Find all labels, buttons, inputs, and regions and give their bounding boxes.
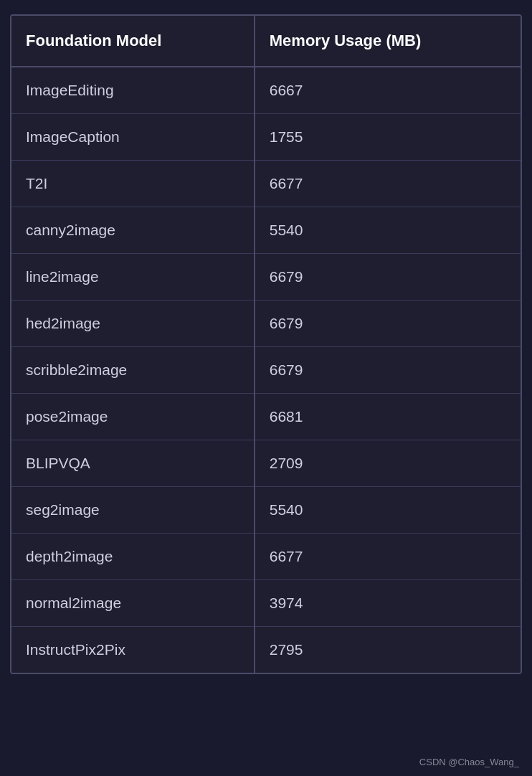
cell-model-name: ImageCaption: [11, 114, 255, 161]
table-row: BLIPVQA2709: [11, 440, 521, 487]
cell-model-name: canny2image: [11, 207, 255, 254]
cell-memory-value: 6679: [255, 347, 521, 394]
cell-memory-value: 6677: [255, 161, 521, 207]
table-header-row: Foundation Model Memory Usage (MB): [11, 16, 521, 67]
cell-memory-value: 2795: [255, 627, 521, 673]
cell-memory-value: 5540: [255, 487, 521, 534]
table-row: scribble2image6679: [11, 347, 521, 394]
cell-memory-value: 6681: [255, 394, 521, 440]
cell-memory-value: 2709: [255, 440, 521, 487]
cell-model-name: depth2image: [11, 534, 255, 580]
col-header-foundation-model: Foundation Model: [11, 16, 255, 67]
table-row: hed2image6679: [11, 301, 521, 347]
cell-memory-value: 5540: [255, 207, 521, 254]
cell-memory-value: 6667: [255, 67, 521, 114]
table-row: depth2image6677: [11, 534, 521, 580]
cell-model-name: T2I: [11, 161, 255, 207]
table-row: ImageCaption1755: [11, 114, 521, 161]
table-row: ImageEditing6667: [11, 67, 521, 114]
cell-memory-value: 6677: [255, 534, 521, 580]
table-row: canny2image5540: [11, 207, 521, 254]
cell-memory-value: 6679: [255, 254, 521, 301]
watermark-text: CSDN @Chaos_Wang_: [419, 757, 519, 767]
table-row: pose2image6681: [11, 394, 521, 440]
cell-memory-value: 3974: [255, 580, 521, 627]
cell-model-name: seg2image: [11, 487, 255, 534]
cell-model-name: scribble2image: [11, 347, 255, 394]
data-table: Foundation Model Memory Usage (MB) Image…: [11, 16, 521, 673]
cell-model-name: BLIPVQA: [11, 440, 255, 487]
table-row: normal2image3974: [11, 580, 521, 627]
table-row: seg2image5540: [11, 487, 521, 534]
col-header-memory-usage: Memory Usage (MB): [255, 16, 521, 67]
table-row: line2image6679: [11, 254, 521, 301]
main-table-wrapper: Foundation Model Memory Usage (MB) Image…: [10, 14, 522, 674]
cell-model-name: ImageEditing: [11, 67, 255, 114]
table-row: T2I6677: [11, 161, 521, 207]
table-row: InstructPix2Pix2795: [11, 627, 521, 673]
cell-model-name: pose2image: [11, 394, 255, 440]
cell-model-name: InstructPix2Pix: [11, 627, 255, 673]
cell-memory-value: 6679: [255, 301, 521, 347]
cell-model-name: line2image: [11, 254, 255, 301]
cell-model-name: hed2image: [11, 301, 255, 347]
cell-memory-value: 1755: [255, 114, 521, 161]
cell-model-name: normal2image: [11, 580, 255, 627]
